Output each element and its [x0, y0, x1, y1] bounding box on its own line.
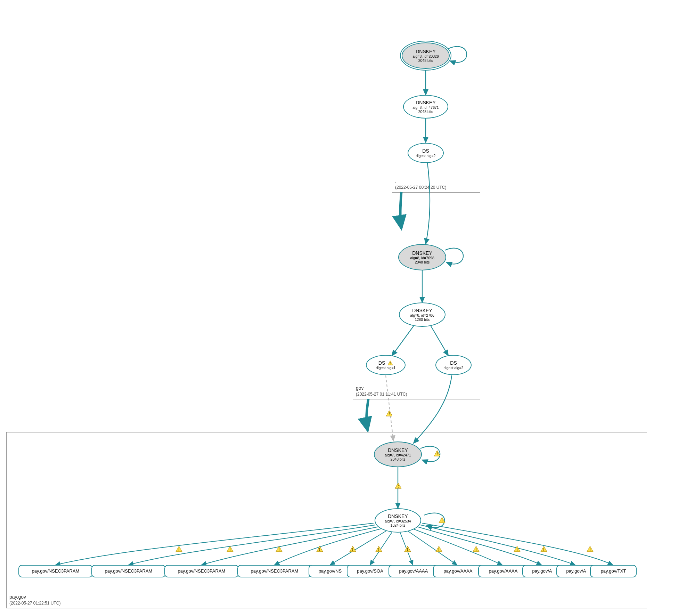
warning-icon — [227, 546, 234, 552]
paygov-ksk-alg: alg=7, id=42471 — [385, 453, 411, 457]
zone-root-label: . (2022-05-27 00:24:20 UTC) — [395, 178, 446, 190]
svg-rect-29 — [517, 550, 517, 551]
svg-rect-27 — [476, 550, 476, 551]
warning-icon — [540, 546, 547, 552]
root-zsk-bits: 2048 bits — [418, 110, 433, 114]
gov-ds2-node: DS digest alg=2 — [435, 355, 472, 375]
root-ds-alg: digest alg=2 — [416, 154, 436, 158]
gov-zsk-alg: alg=8, id=2706 — [410, 313, 434, 317]
paygov-ksk-node: DNSKEY alg=7, id=42471 2048 bits — [374, 441, 422, 467]
svg-rect-1 — [390, 364, 391, 365]
rrset-nsec3param-2: pay.gov/NSEC3PARAM — [91, 565, 166, 577]
root-ds-title: DS — [422, 148, 429, 154]
svg-rect-24 — [439, 548, 439, 550]
rrset-aaaa-1: pay.gov/AAAA — [389, 565, 439, 577]
svg-rect-25 — [439, 550, 439, 551]
gov-ksk-bits: 2048 bits — [415, 260, 430, 264]
root-zsk-node: DNSKEY alg=8, id=47671 2048 bits — [403, 95, 448, 119]
svg-rect-15 — [279, 550, 279, 551]
warning-icon — [375, 546, 382, 552]
svg-rect-21 — [378, 550, 379, 551]
rrset-nsec3param-1: pay.gov/NSEC3PARAM — [18, 565, 93, 577]
zone-paygov-name: pay.gov — [9, 594, 26, 600]
gov-zsk-node: DNSKEY alg=8, id=2706 1280 bits — [399, 302, 445, 327]
rrset-ns: pay.gov/NS — [309, 565, 352, 577]
warning-icon — [316, 546, 323, 552]
svg-rect-14 — [279, 548, 279, 550]
svg-rect-17 — [319, 550, 320, 551]
warning-icon — [514, 546, 521, 552]
svg-rect-16 — [319, 548, 320, 550]
rrset-nsec3param-3: pay.gov/NSEC3PARAM — [164, 565, 239, 577]
warning-icon — [473, 546, 480, 552]
svg-rect-22 — [407, 548, 408, 550]
svg-rect-10 — [179, 548, 179, 550]
svg-rect-5 — [437, 455, 438, 455]
gov-ds1-node: DS digest alg=1 — [366, 355, 406, 375]
paygov-zsk-node: DNSKEY alg=7, id=32534 1024 bits — [375, 508, 421, 533]
root-ksk-title: DNSKEY — [416, 49, 436, 54]
paygov-ksk-bits: 2048 bits — [391, 457, 406, 461]
rrset-txt: pay.gov/TXT — [590, 565, 637, 577]
svg-rect-18 — [352, 548, 353, 550]
rrset-a-1: pay.gov/A — [522, 565, 562, 577]
gov-ksk-title: DNSKEY — [412, 250, 432, 256]
gov-ksk-alg: alg=8, id=7698 — [410, 256, 434, 260]
root-ksk-bits: 2048 bits — [418, 58, 433, 63]
gov-ksk-node: DNSKEY alg=8, id=7698 2048 bits — [398, 244, 446, 270]
svg-rect-26 — [476, 548, 476, 550]
svg-rect-9 — [442, 521, 442, 522]
zone-paygov-label: pay.gov (2022-05-27 01:22:51 UTC) — [9, 594, 60, 606]
svg-rect-20 — [378, 548, 379, 550]
svg-rect-23 — [407, 550, 408, 551]
warning-icon — [276, 546, 283, 552]
paygov-zsk-bits: 1024 bits — [391, 523, 406, 527]
root-zsk-alg: alg=8, id=47671 — [412, 105, 439, 110]
zone-root-name: . — [395, 178, 396, 184]
warning-icon — [434, 450, 441, 456]
warning-icon — [439, 517, 445, 523]
zone-paygov-ts: (2022-05-27 01:22:51 UTC) — [9, 601, 60, 606]
svg-rect-3 — [389, 415, 390, 415]
svg-rect-0 — [390, 362, 391, 364]
svg-rect-8 — [442, 519, 442, 521]
gov-zsk-bits: 1280 bits — [415, 317, 430, 322]
zone-paygov: pay.gov (2022-05-27 01:22:51 UTC) — [6, 432, 647, 608]
dnsviz-diagram: . (2022-05-27 00:24:20 UTC) gov (2022-05… — [0, 0, 695, 616]
zone-gov-name: gov — [356, 385, 364, 391]
zone-gov-label: gov (2022-05-27 01:11:41 UTC) — [356, 385, 407, 397]
svg-rect-6 — [398, 485, 399, 486]
zone-gov-ts: (2022-05-27 01:11:41 UTC) — [356, 392, 407, 397]
svg-rect-7 — [398, 487, 399, 488]
gov-ds2-title: DS — [450, 360, 457, 366]
svg-rect-28 — [517, 548, 517, 550]
svg-rect-19 — [352, 550, 353, 551]
warning-icon — [395, 483, 402, 489]
rrset-soa: pay.gov/SOA — [347, 565, 393, 577]
warning-icon — [349, 546, 356, 552]
svg-rect-4 — [437, 452, 438, 454]
warning-icon — [386, 410, 393, 416]
svg-rect-32 — [590, 548, 590, 550]
svg-rect-13 — [230, 550, 230, 551]
warning-icon — [175, 546, 182, 552]
paygov-zsk-title: DNSKEY — [388, 513, 408, 519]
svg-rect-2 — [389, 412, 390, 414]
root-ksk-node: DNSKEY alg=8, id=20326 2048 bits — [402, 42, 450, 69]
svg-rect-30 — [543, 548, 544, 550]
warning-icon — [387, 360, 393, 365]
svg-rect-11 — [179, 550, 179, 551]
svg-rect-12 — [230, 548, 230, 550]
warning-icon — [587, 546, 594, 552]
warning-icon — [435, 546, 442, 552]
root-ksk-alg: alg=8, id=20326 — [412, 54, 439, 58]
gov-ds2-alg: digest alg=2 — [444, 366, 464, 370]
svg-rect-31 — [543, 550, 544, 551]
svg-rect-33 — [590, 550, 590, 551]
root-zsk-title: DNSKEY — [416, 100, 436, 105]
paygov-zsk-alg: alg=7, id=32534 — [385, 519, 411, 523]
paygov-ksk-title: DNSKEY — [388, 447, 408, 453]
rrset-nsec3param-4: pay.gov/NSEC3PARAM — [237, 565, 312, 577]
gov-zsk-title: DNSKEY — [412, 308, 432, 313]
warning-icon — [404, 546, 411, 552]
